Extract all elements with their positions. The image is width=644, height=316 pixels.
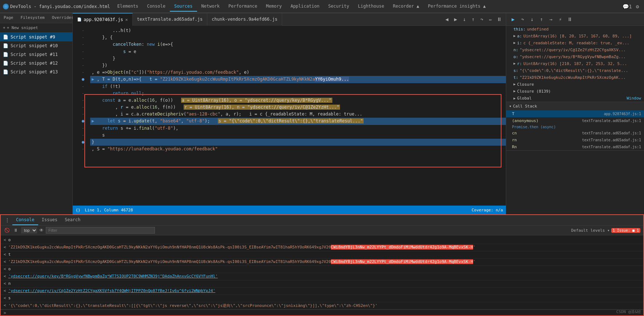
scope-item-a[interactable]: ▶ a: Uint8Array(16) [8, 20, 157, 167, 60… bbox=[506, 33, 644, 40]
snippet-item-13[interactable]: 📄 Script snippet #13 bbox=[0, 68, 72, 76]
debug-step-out-btn[interactable]: ↑ bbox=[537, 15, 545, 23]
debug-toolbar: ▶ ↷ ↓ ↑ → ⚡ ⏸ bbox=[506, 13, 644, 26]
tab-performance[interactable]: Performance bbox=[224, 1, 261, 12]
tab-close-button[interactable]: ✕ bbox=[125, 17, 128, 22]
call-stack-item-rn[interactable]: rn textTranslate.ad65adaf.js:1 bbox=[506, 137, 644, 143]
console-tab[interactable]: Console bbox=[12, 215, 38, 225]
code-line: return null; bbox=[90, 90, 506, 97]
code-line: , r = e.alloc(16, f(n)) r = Uint8Array(1… bbox=[90, 104, 506, 111]
tab-memory[interactable]: Memory bbox=[262, 1, 286, 12]
sidebar-tab-page[interactable]: Page bbox=[0, 13, 17, 23]
code-line: , S = "https://lunafeedback.youdao.com/f… bbox=[90, 146, 506, 153]
snippet-icon: 📄 bbox=[3, 52, 8, 57]
scope-item-i[interactable]: ▶ i: c {_readableState: M, readable: tru… bbox=[506, 40, 644, 46]
callstack-arrow: ▾ bbox=[509, 104, 512, 109]
default-levels-dropdown[interactable]: Default levels ▾ 1 Issue: ■ 1 bbox=[571, 228, 640, 233]
debug-resume-btn[interactable]: ▶ bbox=[509, 15, 517, 23]
nav-next-icon[interactable]: ▶ bbox=[452, 16, 459, 23]
tab-network[interactable]: Network bbox=[197, 1, 224, 12]
scope-item-closure2[interactable]: ▶ Closure (8139) bbox=[506, 88, 644, 95]
debug-step-into-btn[interactable]: ↓ bbox=[528, 15, 536, 23]
panel-drag-handle[interactable]: ⋮ bbox=[4, 216, 11, 224]
debug-deactivate-btn[interactable]: ⚡ bbox=[556, 15, 564, 23]
nav-edit-icon[interactable]: ✏ bbox=[487, 16, 494, 23]
tab-lighthouse[interactable]: Lighthouse bbox=[353, 1, 388, 12]
nav-step-icon[interactable]: ↷ bbox=[478, 16, 485, 23]
call-stack-item-T[interactable]: T app.9207463f.js:1 bbox=[506, 110, 644, 117]
watermark: CSDN @清&轻 bbox=[616, 309, 641, 315]
notifications-button[interactable]: 💬 1 bbox=[624, 3, 631, 10]
console-line-ydsecret-iv: < 'ydsecret://query/iv/C@1Ze2YzHtZ2CYgaX… bbox=[1, 288, 643, 295]
tab-recorder[interactable]: Recorder ▲ bbox=[388, 1, 423, 12]
call-stack-section: ▾ Call Stack T app.9207463f.js:1 (anonym… bbox=[506, 102, 644, 151]
console-controls: 🚫 ⏸ top 👁 Default levels ▾ 1 Issue: ■ 1 bbox=[1, 226, 643, 235]
context-select[interactable]: top bbox=[21, 227, 37, 234]
snippet-item-11[interactable]: 📄 Script snippet #11 bbox=[0, 50, 72, 59]
settings-button[interactable]: ⚙ bbox=[634, 3, 641, 10]
editor-tab-texttranslate[interactable]: textTranslate.ad65adaf.js bbox=[133, 13, 208, 26]
tab-security[interactable]: Security bbox=[324, 1, 353, 12]
console-input-line[interactable]: > bbox=[1, 309, 643, 315]
call-stack-header[interactable]: ▾ Call Stack bbox=[506, 102, 644, 110]
code-line: s bbox=[90, 132, 506, 139]
eye-button[interactable]: 👁 bbox=[39, 228, 44, 233]
debug-step-over-btn[interactable]: ↷ bbox=[519, 15, 527, 23]
snippet-item-12[interactable]: 📄 Script snippet #12 bbox=[0, 59, 72, 68]
tab-console[interactable]: Console bbox=[143, 1, 170, 12]
format-icon[interactable]: {} bbox=[76, 208, 80, 212]
code-line-highlighted3: } bbox=[90, 139, 506, 146]
console-line-ydsecret-key: < 'ydsecret://query/key/B*RGygVywfNBwpmB… bbox=[1, 273, 643, 280]
code-line: } bbox=[90, 55, 506, 62]
devtools-logo: DevTools - fanyi.youdao.com/index.html bbox=[3, 4, 110, 9]
clear-console-btn[interactable]: 🚫 bbox=[4, 227, 10, 234]
snippet-item-9[interactable]: 📄 Script snippet #9 bbox=[0, 33, 72, 41]
code-line: const a = e.alloc(16, f(o)) a = Uint8Arr… bbox=[90, 97, 506, 104]
issues-badge: 1 Issue: ■ 1 bbox=[611, 228, 640, 233]
scope-item-closure1[interactable]: ▶ Closure bbox=[506, 81, 644, 88]
call-stack-item-cn[interactable]: cn textTranslate.ad65adaf.js:1 bbox=[506, 130, 644, 137]
sources-sidebar: Page Filesystem Overrides Snippets » ⋮ +… bbox=[0, 13, 73, 214]
scope-item-r[interactable]: ▶ r: Uint8Array(16) [210, 187, 27, 253, … bbox=[506, 60, 644, 67]
code-line: s = e bbox=[90, 48, 506, 55]
line-column: Line 1, Column 46728 bbox=[85, 208, 133, 212]
devtools-icon bbox=[3, 4, 9, 9]
nav-down-icon[interactable]: ↓ bbox=[461, 16, 468, 23]
tab-elements[interactable]: Elements bbox=[113, 1, 143, 12]
search-tab[interactable]: Search bbox=[61, 215, 84, 225]
console-line-s: < s bbox=[1, 295, 643, 302]
tab-perf-insights[interactable]: Performance insights ▲ bbox=[424, 1, 490, 12]
sidebar-tab-filesystem[interactable]: Filesystem bbox=[17, 13, 48, 23]
scope-item-global[interactable]: ▶ Global Window bbox=[506, 95, 644, 102]
tab-application[interactable]: Application bbox=[286, 1, 324, 12]
tab-sources[interactable]: Sources bbox=[170, 1, 197, 12]
scope-item-o: o: "ydsecret://query/key/B*RGygVywfNBwpm… bbox=[506, 53, 644, 60]
nav-previous-icon[interactable]: ◀ bbox=[443, 16, 451, 23]
new-snippet-button[interactable]: + + New snippet bbox=[0, 23, 72, 33]
code-line: ...h(t) bbox=[90, 27, 506, 34]
topbar-right: 💬 1 ⚙ bbox=[624, 3, 641, 10]
debug-step-btn[interactable]: → bbox=[547, 15, 555, 23]
debugger-panel: ▶ ↷ ↓ ↑ → ⚡ ⏸ this: undefined ▶ a: Uint8… bbox=[506, 13, 644, 214]
console-line-o: < o bbox=[1, 237, 643, 244]
call-stack-item-Rn[interactable]: Rn textTranslate.ad65adaf.js:1 bbox=[506, 143, 644, 150]
snippet-item-10[interactable]: 📄 Script snippet #10 bbox=[0, 41, 72, 50]
editor-tab-app[interactable]: 📄 app.9207463f.js ✕ bbox=[73, 13, 133, 26]
issues-tab[interactable]: Issues bbox=[38, 215, 61, 225]
nav-up-icon[interactable]: ↑ bbox=[469, 16, 477, 23]
nav-pause-icon[interactable]: ⏸ bbox=[496, 16, 503, 23]
code-line: , e =>Object(n["c"])("https://fanyi.youd… bbox=[90, 69, 506, 76]
scope-item-this: this: undefined bbox=[506, 26, 644, 33]
console-filter-input[interactable] bbox=[46, 227, 155, 234]
debug-pause-exceptions-btn[interactable]: ⏸ bbox=[566, 15, 574, 23]
code-lines: ...h(t) }, { cancelToken: new i(e=>{ s =… bbox=[87, 26, 506, 206]
code-line-highlighted2: ▶ let s = i.update(t, "base64", "utf-8")… bbox=[90, 118, 506, 125]
devtools-title: DevTools - fanyi.youdao.com/index.html bbox=[10, 4, 110, 9]
console-output: < o < 'Z21kD9ZK1ke6ugku2ccWuuRmpItPkRr5X… bbox=[1, 235, 643, 315]
call-stack-item-anon[interactable]: (anonymous) textTranslate.ad65adaf.js:1 bbox=[506, 117, 644, 124]
snippet-icon: 📄 bbox=[3, 43, 8, 48]
editor-tab-chunk-vendors[interactable]: chunk-vendors.9a4efd66.js bbox=[207, 13, 282, 26]
pause-on-exceptions-btn[interactable]: ⏸ bbox=[12, 227, 19, 234]
console-tab-bar: ⋮ Console Issues Search bbox=[1, 215, 643, 226]
console-input[interactable] bbox=[8, 311, 640, 315]
code-editor[interactable]: - - - - - - - ● - - - - - ● - - ● bbox=[73, 26, 506, 206]
